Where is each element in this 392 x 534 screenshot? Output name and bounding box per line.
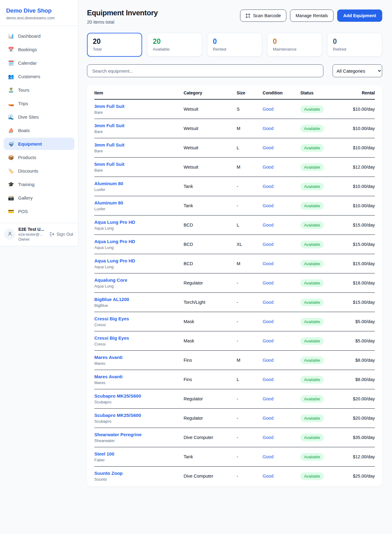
item-condition-link[interactable]: Good <box>263 454 273 459</box>
sidebar-item-dive-sites[interactable]: 🌊Dive Sites <box>4 111 74 123</box>
item-name-link[interactable]: Aluminum 80 <box>94 181 184 186</box>
item-condition-link[interactable]: Good <box>263 377 273 382</box>
item-name-link[interactable]: Suunto Zoop <box>94 471 184 476</box>
item-condition-link[interactable]: Good <box>263 338 273 343</box>
item-size: - <box>237 273 263 293</box>
status-badge: Available <box>300 279 324 287</box>
item-rental-rate: $10.00/day <box>353 119 375 138</box>
item-name-link[interactable]: Aqua Lung Pro HD <box>94 239 184 244</box>
stat-card-retired[interactable]: 0Retired <box>327 33 382 57</box>
item-condition-link[interactable]: Good <box>263 203 273 208</box>
stat-card-total[interactable]: 20Total <box>87 33 142 57</box>
condition-cell: Good <box>263 370 300 389</box>
item-size: - <box>237 409 263 428</box>
sidebar-item-label: POS <box>18 209 28 214</box>
item-name-link[interactable]: Cressi Big Eyes <box>94 316 184 321</box>
item-condition-link[interactable]: Good <box>263 300 273 305</box>
sidebar-item-label: Equipment <box>18 141 42 147</box>
item-name-link[interactable]: Aluminum 80 <box>94 200 184 205</box>
item-condition-link[interactable]: Good <box>263 223 273 227</box>
item-name-link[interactable]: 3mm Full Suit <box>94 123 184 128</box>
item-name-link[interactable]: 5mm Full Suit <box>94 162 184 167</box>
sidebar-item-bookings[interactable]: 📅Bookings <box>4 43 74 55</box>
column-header-condition: Condition <box>263 85 300 99</box>
item-cell: Aqua Lung Pro HDAqua Lung <box>94 235 184 254</box>
item-condition-link[interactable]: Good <box>263 126 273 131</box>
item-rental-rate: $10.00/day <box>353 196 375 216</box>
table-row: Aluminum 80LuxferTank-GoodAvailable$10.0… <box>94 196 375 216</box>
main-content: Equipment Inventory 20 items total Scan … <box>78 0 392 486</box>
user-role: Owner <box>18 237 47 242</box>
item-name-link[interactable]: Scubapro MK25/S600 <box>94 413 184 418</box>
stat-card-rented[interactable]: 0Rented <box>207 33 262 57</box>
sidebar-item-gallery[interactable]: 📸Gallery <box>4 192 74 204</box>
sidebar-item-label: Training <box>18 182 35 187</box>
item-name-link[interactable]: Shearwater Peregrine <box>94 432 184 437</box>
item-condition-link[interactable]: Good <box>263 358 273 363</box>
stat-card-available[interactable]: 20Available <box>147 33 202 57</box>
add-equipment-button[interactable]: Add Equipment <box>337 10 382 22</box>
item-name-link[interactable]: BigBlue AL1200 <box>94 297 184 302</box>
item-condition-link[interactable]: Good <box>263 145 273 150</box>
sidebar-item-products[interactable]: 📦Products <box>4 151 74 163</box>
category-filter[interactable]: All Categories <box>333 64 382 77</box>
status-cell: Available <box>300 447 353 467</box>
sidebar-item-tours[interactable]: 🏝️Tours <box>4 84 74 96</box>
item-name-link[interactable]: Scubapro MK25/S600 <box>94 393 184 399</box>
scan-barcode-button[interactable]: Scan Barcode <box>240 10 286 22</box>
sidebar-item-customers[interactable]: 👥Customers <box>4 70 74 82</box>
item-condition-link[interactable]: Good <box>263 319 273 324</box>
sidebar-item-label: Dashboard <box>18 33 40 39</box>
sidebar-item-boats[interactable]: ⛵Boats <box>4 124 74 136</box>
sidebar-item-equipment[interactable]: 🤿Equipment <box>4 138 74 150</box>
item-brand: Cressi <box>94 342 184 346</box>
sidebar-item-dashboard[interactable]: 📊Dashboard <box>4 30 74 42</box>
condition-cell: Good <box>263 158 300 177</box>
item-condition-link[interactable]: Good <box>263 107 273 112</box>
item-category: Mask <box>184 312 237 331</box>
item-condition-link[interactable]: Good <box>263 242 273 247</box>
item-name-link[interactable]: Cressi Big Eyes <box>94 335 184 341</box>
item-condition-link[interactable]: Good <box>263 474 273 479</box>
stat-value: 0 <box>273 38 316 45</box>
page-title-block: Equipment Inventory 20 items total <box>87 9 158 25</box>
filter-row: All Categories <box>87 64 382 77</box>
item-condition-link[interactable]: Good <box>263 165 273 170</box>
item-condition-link[interactable]: Good <box>263 261 273 266</box>
stat-card-maintenance[interactable]: 0Maintenance <box>267 33 322 57</box>
item-name-link[interactable]: 3mm Full Suit <box>94 104 184 109</box>
item-brand: Scubapro <box>94 400 184 404</box>
item-condition-link[interactable]: Good <box>263 280 273 285</box>
brand[interactable]: Demo Dive Shop demo.test.divestreams.com <box>0 0 78 26</box>
brand-name[interactable]: Demo Dive Shop <box>6 7 72 14</box>
item-condition-link[interactable]: Good <box>263 396 273 401</box>
item-brand: Shearwater <box>94 438 184 443</box>
item-cell: Cressi Big EyesCressi <box>94 312 184 331</box>
sidebar-item-discounts[interactable]: 🏷️Discounts <box>4 165 74 177</box>
item-name-link[interactable]: Aqua Lung Pro HD <box>94 258 184 263</box>
sidebar-item-training[interactable]: 🎓Training <box>4 178 74 190</box>
item-name-link[interactable]: Aqua Lung Pro HD <box>94 219 184 225</box>
sidebar-item-calendar[interactable]: 🗓️Calendar <box>4 57 74 69</box>
manage-rentals-button[interactable]: Manage Rentals <box>290 10 334 22</box>
table-row: Aqua Lung Pro HDAqua LungBCDLGoodAvailab… <box>94 216 375 235</box>
item-cell: Mares AvantiMares <box>94 351 184 370</box>
item-condition-link[interactable]: Good <box>263 435 273 440</box>
user-meta: E2E Test U... e2e-tester@... Owner <box>18 227 47 242</box>
item-cell: BigBlue AL1200BigBlue <box>94 293 184 312</box>
item-name-link[interactable]: Aqualung Core <box>94 277 184 283</box>
search-input[interactable] <box>87 64 323 77</box>
sidebar-item-trips[interactable]: 🚤Trips <box>4 97 74 109</box>
item-size: L <box>237 370 263 389</box>
item-name-link[interactable]: Mares Avanti <box>94 374 184 379</box>
item-name-link[interactable]: Mares Avanti <box>94 355 184 360</box>
sign-out-button[interactable]: Sign Out <box>50 232 74 237</box>
item-name-link[interactable]: 3mm Full Suit <box>94 142 184 147</box>
item-cell: 5mm Full SuitBare <box>94 158 184 177</box>
item-name-link[interactable]: Steel 100 <box>94 451 184 456</box>
item-condition-link[interactable]: Good <box>263 416 273 421</box>
item-rental-rate: $25.00/day <box>353 467 375 487</box>
status-badge: Available <box>300 163 324 171</box>
item-condition-link[interactable]: Good <box>263 184 273 189</box>
sidebar-item-pos[interactable]: 💳POS <box>4 205 74 217</box>
